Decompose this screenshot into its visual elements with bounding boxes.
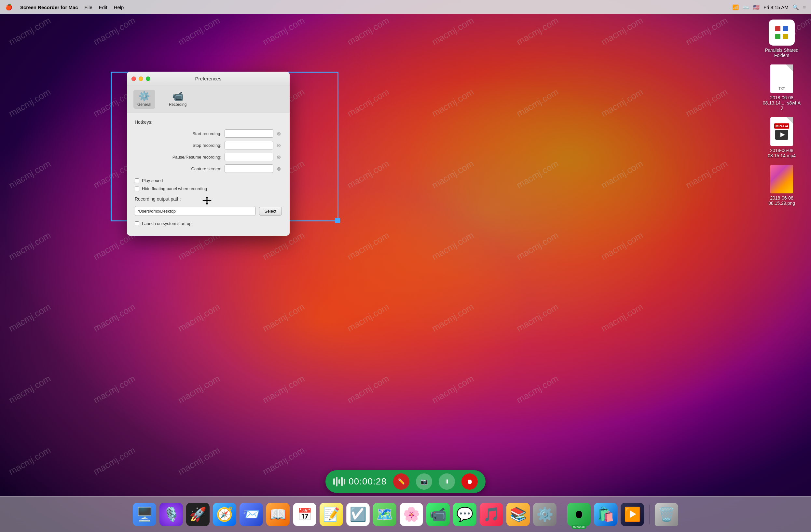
menu-edit[interactable]: Edit — [99, 4, 107, 10]
desktop-icons: Parallels SharedFolders TXT 2018-06-0808… — [762, 19, 801, 206]
apple-menu[interactable]: 🍎 — [5, 4, 12, 11]
tab-recording[interactable]: 📹 Recording — [165, 90, 191, 109]
dock-icon-siri[interactable]: 🎙️ — [159, 503, 183, 526]
mp4-file-icon: MPEG4 — [770, 117, 793, 146]
desktop-icon-mp4[interactable]: MPEG4 2018-06-0808.15.14.mp4 — [762, 117, 801, 158]
send-icon: 📨 — [243, 506, 260, 522]
edit-button[interactable]: ✏️ — [393, 473, 409, 490]
dock-icon-quicktime[interactable]: ▶️ — [621, 503, 644, 526]
dock-icon-launchpad[interactable]: 🚀 — [186, 503, 210, 526]
hotkey-pause-input[interactable] — [225, 153, 273, 161]
svg-rect-0 — [775, 26, 780, 31]
play-sound-checkbox[interactable] — [135, 179, 139, 183]
menu-file[interactable]: File — [85, 4, 92, 10]
general-tab-label: General — [137, 102, 151, 107]
dock-icon-music[interactable]: 🎵 — [480, 503, 503, 526]
desktop-icon-parallels[interactable]: Parallels SharedFolders — [762, 19, 801, 58]
svg-rect-3 — [783, 34, 788, 39]
dock-icon-notes[interactable]: 📝 — [320, 503, 343, 526]
menu-app-name[interactable]: Screen Recorder for Mac — [20, 4, 78, 10]
dock-icon-rec[interactable]: ⏺ 00:00:28 — [567, 503, 591, 526]
messages-icon: 💬 — [456, 506, 473, 522]
system-prefs-icon: ⚙️ — [536, 506, 553, 522]
hotkey-pause-label: Pause/Resume recording: — [163, 155, 221, 159]
rec-dock-timer: 00:00:28 — [571, 525, 586, 529]
dock-icon-calendar[interactable]: 📅 — [293, 503, 316, 526]
calendar-icon: 📅 — [297, 507, 312, 521]
hotkeys-section-title: Hotkeys: — [135, 120, 282, 125]
dock-icon-app-store[interactable]: 🛍️ — [594, 503, 617, 526]
launch-startup-checkbox[interactable] — [135, 222, 139, 226]
svg-rect-1 — [783, 26, 788, 31]
quicktime-icon: ▶️ — [624, 506, 641, 522]
pause-icon: ⏸ — [444, 478, 450, 485]
window-title: Preferences — [195, 76, 221, 81]
safari-icon: 🧭 — [216, 506, 233, 522]
finder-icon: 🖥️ — [136, 506, 153, 522]
hotkey-start-input[interactable] — [225, 129, 273, 138]
menu-help[interactable]: Help — [114, 4, 124, 10]
window-minimize-button[interactable] — [139, 77, 143, 81]
dock-icon-send[interactable]: 📨 — [240, 503, 263, 526]
contacts-icon: 📖 — [270, 506, 286, 522]
dock: 🖥️ 🎙️ 🚀 🧭 📨 📖 📅 📝 ☑️ 🗺️ 🌸 📹 💬 🎵 📚 ⚙️ — [0, 496, 811, 532]
desktop-icon-png[interactable]: 2018-06-0808.15.29.png — [762, 165, 801, 206]
hotkey-pause-clear[interactable]: ⊗ — [275, 154, 282, 160]
notes-icon: 📝 — [323, 506, 340, 522]
hotkey-start-label: Start recording: — [163, 131, 221, 136]
select-button[interactable]: Select — [259, 207, 282, 215]
pause-button[interactable]: ⏸ — [439, 473, 455, 490]
dock-icon-contacts[interactable]: 📖 — [266, 503, 290, 526]
parallels-label: Parallels SharedFolders — [765, 47, 799, 58]
desktop-icon-txt[interactable]: TXT 2018-06-0808.13.14...−s8whAJ — [762, 64, 801, 111]
hotkey-stop-input[interactable] — [225, 141, 273, 149]
hotkey-stop-clear[interactable]: ⊗ — [275, 142, 282, 149]
menu-icon-flag: 🇺🇸 — [753, 4, 760, 11]
dock-icon-books[interactable]: 📚 — [506, 503, 530, 526]
rec-icon: ⏺ — [574, 508, 584, 520]
window-close-button[interactable] — [132, 77, 136, 81]
hotkey-stop-label: Stop recording: — [163, 143, 221, 148]
dock-icon-finder[interactable]: 🖥️ — [133, 503, 156, 526]
dock-icon-reminders[interactable]: ☑️ — [346, 503, 370, 526]
txt-file-icon: TXT — [770, 64, 793, 93]
hotkey-row-stop: Stop recording: ⊗ — [135, 141, 282, 149]
dock-icon-safari[interactable]: 🧭 — [213, 503, 236, 526]
hotkey-row-pause: Pause/Resume recording: ⊗ — [135, 153, 282, 161]
waveform-bar-3 — [338, 479, 340, 484]
menu-bar: 🍎 Screen Recorder for Mac File Edit Help… — [0, 0, 811, 14]
window-maximize-button[interactable] — [146, 77, 150, 81]
png-file-icon — [770, 165, 793, 193]
output-path-input[interactable] — [135, 206, 256, 216]
stop-button[interactable]: ⏺ — [461, 473, 478, 490]
dock-icon-system-prefs[interactable]: ⚙️ — [533, 503, 556, 526]
hide-panel-label: Hide floating panel when recording — [142, 186, 207, 191]
hotkey-capture-clear[interactable]: ⊗ — [275, 165, 282, 172]
dock-icon-facetime[interactable]: 📹 — [426, 503, 450, 526]
books-icon: 📚 — [510, 506, 526, 522]
stop-icon: ⏺ — [466, 478, 473, 485]
dock-icon-trash[interactable]: 🗑️ — [655, 503, 678, 526]
checkboxes-section: Play sound Hide floating panel when reco… — [135, 178, 282, 191]
mp4-file-label: 2018-06-0808.15.14.mp4 — [768, 148, 796, 158]
photos-icon: 🌸 — [403, 506, 420, 522]
hotkey-start-clear[interactable]: ⊗ — [275, 130, 282, 137]
recording-timer-section: 00:00:28 — [333, 476, 387, 487]
dock-icon-photos[interactable]: 🌸 — [400, 503, 423, 526]
menu-bar-right: 📶 ⌨️ 🇺🇸 Fri 8:15 AM 🔍 ≡ — [732, 4, 806, 11]
camera-button[interactable]: 📷 — [416, 473, 432, 490]
waveform-bar-5 — [344, 478, 345, 485]
png-file-label: 2018-06-0808.15.29.png — [768, 195, 795, 206]
dock-icon-maps[interactable]: 🗺️ — [373, 503, 396, 526]
launchpad-icon: 🚀 — [189, 506, 206, 522]
dock-icon-messages[interactable]: 💬 — [453, 503, 476, 526]
waveform-bar-2 — [336, 477, 337, 486]
hide-panel-checkbox[interactable] — [135, 186, 139, 191]
play-sound-row: Play sound — [135, 178, 282, 183]
menu-control-center-icon[interactable]: ≡ — [803, 4, 806, 10]
menu-search-icon[interactable]: 🔍 — [793, 4, 799, 11]
app-store-icon: 🛍️ — [597, 506, 614, 522]
recording-waveform — [333, 477, 345, 486]
hotkey-capture-input[interactable] — [225, 164, 273, 173]
tab-general[interactable]: ⚙️ General — [134, 90, 155, 109]
